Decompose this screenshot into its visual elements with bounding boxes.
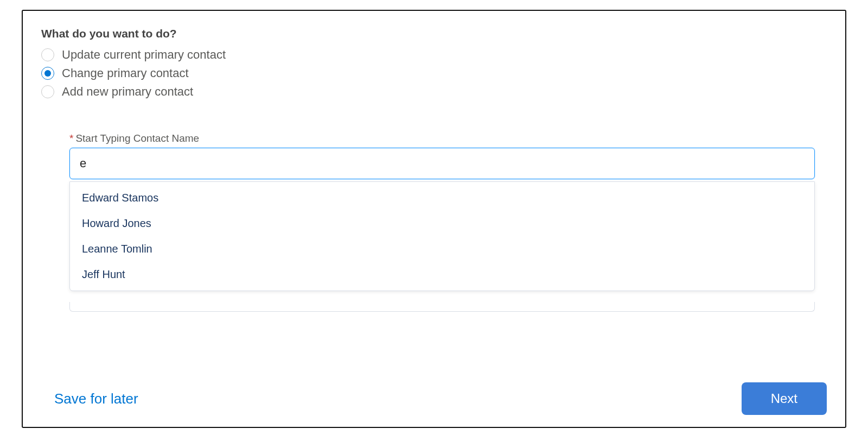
radio-label: Add new primary contact [62,85,193,99]
radio-option-add[interactable]: Add new primary contact [41,85,827,99]
form-panel: What do you want to do? Update current p… [22,10,846,428]
contact-lookup-label: *Start Typing Contact Name [69,133,815,144]
form-footer: Save for later Next [41,382,827,415]
radio-icon [41,85,54,98]
action-radio-group: Update current primary contact Change pr… [41,48,827,99]
question-heading: What do you want to do? [41,27,827,40]
radio-icon [41,48,54,61]
radio-icon [41,67,54,80]
required-indicator-icon: * [69,133,73,144]
contact-lookup-block: *Start Typing Contact Name Edward Stamos… [69,133,815,179]
contact-suggestions-dropdown: Edward Stamos Howard Jones Leanne Tomlin… [69,181,815,291]
suggestion-item[interactable]: Howard Jones [70,211,814,236]
suggestion-item[interactable]: Leanne Tomlin [70,236,814,262]
suggestion-item[interactable]: Jeff Hunt [70,262,814,287]
suggestion-item[interactable]: Edward Stamos [70,185,814,211]
next-button[interactable]: Next [742,382,827,415]
save-for-later-link[interactable]: Save for later [41,387,151,411]
underlying-field-edge [69,302,815,312]
contact-name-input[interactable] [69,148,815,179]
field-label-text: Start Typing Contact Name [75,133,199,144]
radio-option-update[interactable]: Update current primary contact [41,48,827,62]
radio-label: Change primary contact [62,66,189,80]
radio-label: Update current primary contact [62,48,226,62]
radio-option-change[interactable]: Change primary contact [41,66,827,80]
